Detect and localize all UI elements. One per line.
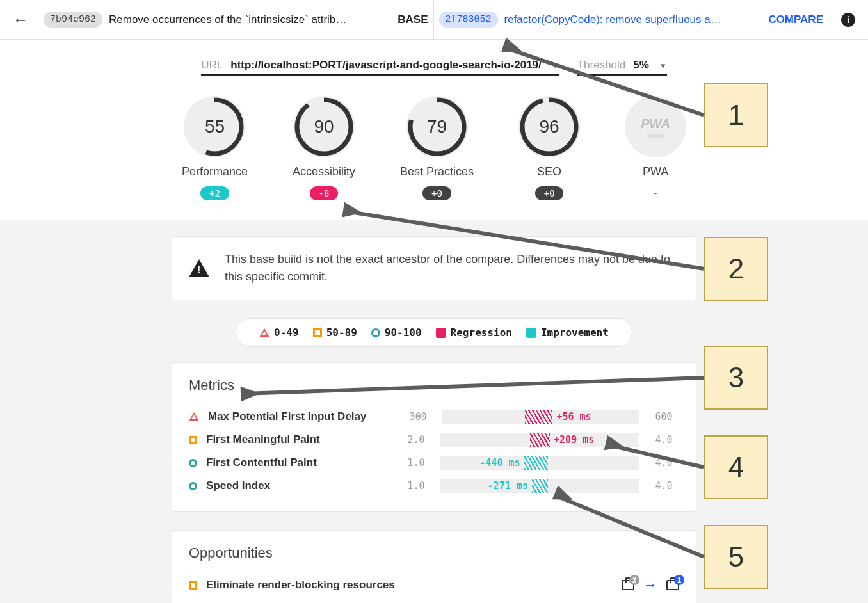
url-value: http://localhost:PORT/javascript-and-goo… [230, 59, 542, 72]
metric-name: Speed Index [206, 479, 392, 492]
gauge-score: 90 [293, 96, 355, 157]
compare-header: ← 7b94e962 Remove occurrences of the `in… [0, 0, 868, 40]
gauge-score: 79 [406, 96, 468, 157]
metric-range-high: 600 [648, 411, 679, 422]
metric-range-low: 2.0 [401, 434, 431, 446]
metric-range-low: 300 [403, 411, 433, 422]
metric-range-low: 1.0 [401, 480, 431, 492]
gauge-ring: 96 [518, 96, 580, 157]
warning-text: This base build is not the exact ancesto… [225, 251, 679, 285]
gauge-label: Best Practices [400, 165, 474, 179]
gauge-ring: 90 [293, 96, 355, 157]
metrics-card: Metrics Max Potential First Input Delay … [172, 362, 696, 512]
gauge-performance[interactable]: 55 Performance +2 [182, 96, 248, 200]
base-hash: 7b94e962 [44, 12, 102, 28]
gauge-delta-pill: +0 [535, 186, 564, 200]
gauge-label: SEO [537, 165, 561, 179]
metric-range-high: 4.0 [648, 457, 679, 469]
metric-row[interactable]: Max Potential First Input Delay 300 +56 … [189, 405, 679, 428]
threshold-value: 5% [633, 59, 649, 72]
threshold-selector[interactable]: Threshold 5% ▼ [577, 59, 667, 76]
legend-50-89: 50-89 [313, 326, 357, 339]
base-message: Remove occurrences of the `intrinsicsize… [109, 13, 391, 26]
triangle-icon [189, 412, 199, 421]
back-arrow-icon[interactable]: ← [13, 11, 38, 29]
compare-commit[interactable]: 2f783052 refactor(CopyCode): remove supe… [433, 0, 829, 39]
arrow-right-icon: → [643, 577, 657, 593]
url-selector[interactable]: URL http://localhost:PORT/javascript-and… [201, 59, 559, 76]
base-commit[interactable]: 7b94e962 Remove occurrences of the `intr… [38, 12, 433, 28]
metric-name: Max Potential First Input Delay [208, 410, 394, 423]
opportunities-card: Opportunities Eliminate render-blocking … [172, 530, 696, 603]
url-threshold-row: URL http://localhost:PORT/javascript-and… [0, 40, 868, 82]
metric-range-high: 4.0 [648, 434, 679, 446]
metric-bar: -271 ms [440, 479, 639, 493]
gauge-pwa[interactable]: PWAPWA - [625, 96, 686, 200]
metric-delta: -440 ms [479, 457, 524, 469]
square-icon [313, 328, 322, 337]
gauge-delta-pill: - [644, 186, 667, 200]
metric-row[interactable]: First Contentful Paint 1.0 -440 ms 4.0 [189, 451, 679, 474]
gauge-label: Performance [182, 165, 248, 179]
chevron-down-icon: ▼ [659, 61, 667, 70]
square-icon [189, 581, 197, 590]
tab-compare-icon[interactable]: 1 [666, 580, 679, 590]
regression-swatch-icon [436, 328, 446, 338]
legend-90-100: 90-100 [371, 326, 422, 339]
threshold-label: Threshold [577, 59, 626, 72]
opportunity-name: Eliminate render-blocking resources [206, 579, 613, 591]
ancestor-warning: This base build is not the exact ancesto… [172, 236, 696, 300]
triangle-icon [259, 328, 269, 337]
metric-delta: +209 ms [550, 434, 594, 446]
gauge-label: Accessibility [293, 165, 355, 179]
metric-delta: +56 ms [552, 411, 591, 422]
category-gauges: 55 Performance +2 90 Accessibility -8 79… [0, 82, 868, 220]
opportunity-row[interactable]: Eliminate render-blocking resources 2 → … [189, 573, 679, 597]
base-role-label: BASE [398, 13, 428, 26]
metric-range-low: 1.0 [401, 457, 431, 469]
gauge-best-practices[interactable]: 79 Best Practices +0 [400, 96, 474, 200]
gauge-delta-pill: +0 [422, 186, 451, 200]
gauge-score: 96 [518, 96, 580, 157]
metric-row[interactable]: First Meaningful Paint 2.0 +209 ms 4.0 [189, 428, 679, 451]
gauge-label: PWA [643, 165, 668, 179]
warning-icon [189, 259, 209, 277]
legend-improvement: Improvement [526, 326, 609, 339]
metric-name: First Contentful Paint [206, 456, 392, 469]
metric-delta: -271 ms [488, 480, 532, 492]
circle-icon [371, 328, 380, 337]
metric-range-high: 4.0 [648, 480, 679, 492]
square-icon [189, 436, 197, 444]
metric-name: First Meaningful Paint [206, 433, 392, 446]
gauge-seo[interactable]: 96 SEO +0 [518, 96, 580, 200]
legend-regression: Regression [436, 326, 512, 339]
score-legend: 0-49 50-89 90-100 Regression Improvement [236, 318, 632, 347]
metric-bar: -440 ms [440, 456, 639, 470]
metric-bar: +56 ms [442, 410, 639, 424]
gauge-delta-pill: -8 [310, 186, 339, 200]
compare-message: refactor(CopyCode): remove superfluous a… [504, 13, 762, 26]
body-area: This base build is not the exact ancesto… [0, 220, 868, 603]
info-icon[interactable]: i [841, 13, 855, 27]
legend-0-49: 0-49 [259, 326, 299, 339]
tab-base-icon[interactable]: 2 [622, 580, 634, 590]
circle-icon [189, 482, 197, 490]
metrics-title: Metrics [189, 377, 679, 394]
compare-role-label: COMPARE [768, 13, 823, 26]
gauge-score: 55 [184, 96, 245, 157]
chevron-down-icon: ▼ [552, 61, 559, 70]
improvement-swatch-icon [526, 328, 536, 338]
metric-row[interactable]: Speed Index 1.0 -271 ms 4.0 [189, 474, 679, 497]
metric-bar: +209 ms [440, 433, 639, 447]
gauge-ring: 79 [406, 96, 468, 157]
circle-icon [189, 459, 197, 467]
pwa-icon: PWA [625, 96, 686, 157]
url-label: URL [201, 59, 223, 72]
gauge-accessibility[interactable]: 90 Accessibility -8 [293, 96, 355, 200]
compare-hash: 2f783052 [439, 12, 498, 28]
gauge-ring: 55 [184, 96, 245, 157]
gauge-delta-pill: +2 [200, 186, 229, 200]
opportunity-compare-icons: 2 → 1 [622, 577, 679, 593]
opportunities-title: Opportunities [189, 545, 679, 561]
